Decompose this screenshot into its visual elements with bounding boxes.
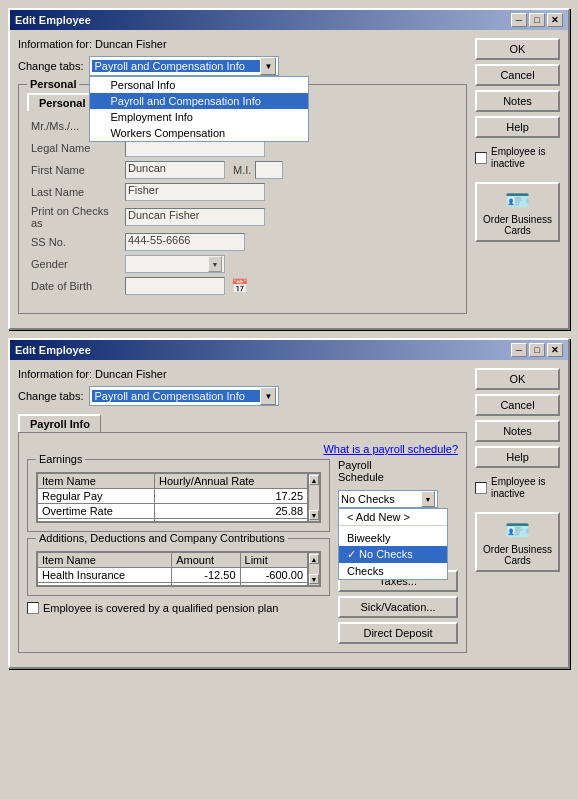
first-name-input[interactable]: Duncan bbox=[125, 161, 225, 179]
window1: Edit Employee ─ □ ✕ Information for: Dun… bbox=[8, 8, 570, 330]
payroll-schedule-link[interactable]: What is a payroll schedule? bbox=[323, 443, 458, 455]
mi-input[interactable] bbox=[255, 161, 283, 179]
bottom-left: Earnings Item Name Hourly/Annual Rate bbox=[27, 459, 330, 644]
earnings-table: Item Name Hourly/Annual Rate Regular Pay bbox=[37, 473, 308, 522]
tabs-dropdown-value-1: Payroll and Compensation Info bbox=[92, 60, 260, 72]
last-name-row: Last Name Fisher bbox=[31, 183, 454, 201]
help-button-1[interactable]: Help bbox=[475, 116, 560, 138]
schedule-menu-add[interactable]: < Add New > bbox=[339, 509, 447, 525]
order-cards-btn-2[interactable]: 🪪 Order Business Cards bbox=[475, 512, 560, 572]
inactive-checkbox-2[interactable] bbox=[475, 482, 487, 494]
personal-header: Personal bbox=[27, 78, 79, 90]
notes-button-1[interactable]: Notes bbox=[475, 90, 560, 112]
table-row bbox=[38, 583, 308, 586]
ok-button-2[interactable]: OK bbox=[475, 368, 560, 390]
table-row: Health Insurance -12.50 -600.00 bbox=[38, 568, 308, 583]
dob-input[interactable] bbox=[125, 277, 225, 295]
direct-deposit-button[interactable]: Direct Deposit bbox=[338, 622, 458, 644]
change-tabs-row-2: Change tabs: Payroll and Compensation In… bbox=[18, 386, 467, 406]
earnings-col-name: Item Name bbox=[38, 474, 155, 489]
tab-payroll-info[interactable]: Payroll Info bbox=[18, 414, 101, 432]
menu-item-workers[interactable]: Workers Compensation bbox=[90, 125, 308, 141]
close-btn-2[interactable]: ✕ bbox=[547, 343, 563, 357]
window2-info: Information for: Duncan Fisher bbox=[18, 368, 467, 380]
inactive-checkbox-1[interactable] bbox=[475, 152, 487, 164]
payroll-schedule-dropdown[interactable]: No Checks ▼ bbox=[338, 490, 438, 508]
earnings-row3-rate bbox=[155, 519, 308, 522]
earnings-table-inner: Item Name Hourly/Annual Rate Regular Pay bbox=[37, 473, 308, 522]
window2-title: Edit Employee bbox=[15, 344, 91, 356]
minimize-btn-2[interactable]: ─ bbox=[511, 343, 527, 357]
order-cards-icon-2: 🪪 bbox=[481, 518, 554, 542]
payroll-schedule-row: PayrollSchedule bbox=[338, 459, 458, 483]
pension-row: Employee is covered by a qualified pensi… bbox=[27, 602, 330, 614]
add-row1-limit: -600.00 bbox=[240, 568, 307, 583]
earnings-row2-name: Overtime Rate bbox=[38, 504, 155, 519]
schedule-menu-checks[interactable]: Checks bbox=[339, 563, 447, 579]
order-cards-btn-1[interactable]: 🪪 Order Business Cards bbox=[475, 182, 560, 242]
print-checks-input[interactable]: Duncan Fisher bbox=[125, 208, 265, 226]
pension-checkbox[interactable] bbox=[27, 602, 39, 614]
last-name-input[interactable]: Fisher bbox=[125, 183, 265, 201]
help-button-2[interactable]: Help bbox=[475, 446, 560, 468]
gender-label: Gender bbox=[31, 258, 121, 270]
order-cards-label-1: Order Business Cards bbox=[483, 214, 552, 236]
window1-info: Information for: Duncan Fisher bbox=[18, 38, 467, 50]
dob-row: Date of Birth 📅 bbox=[31, 277, 454, 295]
minimize-btn-1[interactable]: ─ bbox=[511, 13, 527, 27]
dropdown-arrow-1[interactable]: ▼ bbox=[260, 57, 276, 75]
schedule-arrow[interactable]: ▼ bbox=[421, 491, 435, 507]
add-scroll-down-btn[interactable]: ▼ bbox=[309, 574, 319, 584]
dob-label: Date of Birth bbox=[31, 280, 121, 292]
ss-no-input[interactable]: 444-55-6666 bbox=[125, 233, 245, 251]
order-cards-icon-1: 🪪 bbox=[481, 188, 554, 212]
maximize-btn-2[interactable]: □ bbox=[529, 343, 545, 357]
additions-title: Additions, Deductions and Company Contri… bbox=[36, 532, 288, 544]
maximize-btn-1[interactable]: □ bbox=[529, 13, 545, 27]
menu-item-employment[interactable]: Employment Info bbox=[90, 109, 308, 125]
notes-button-2[interactable]: Notes bbox=[475, 420, 560, 442]
tabs-dropdown-2[interactable]: Payroll and Compensation Info ▼ bbox=[89, 386, 279, 406]
add-row2-amount bbox=[172, 583, 240, 586]
schedule-menu-nochecks[interactable]: ✓ No Checks bbox=[339, 546, 447, 563]
tabs-dropdown-1[interactable]: Payroll and Compensation Info ▼ bbox=[89, 56, 279, 76]
cancel-button-1[interactable]: Cancel bbox=[475, 64, 560, 86]
title-controls-2: ─ □ ✕ bbox=[511, 343, 563, 357]
menu-item-payroll[interactable]: Payroll and Compensation Info bbox=[90, 93, 308, 109]
scroll-up-btn[interactable]: ▲ bbox=[309, 475, 319, 485]
add-row2-limit bbox=[240, 583, 307, 586]
gender-arrow[interactable]: ▼ bbox=[208, 256, 222, 272]
bottom-main: Earnings Item Name Hourly/Annual Rate bbox=[27, 459, 458, 644]
dropdown-arrow-2[interactable]: ▼ bbox=[260, 387, 276, 405]
earnings-scrollbar[interactable]: ▲ ▼ bbox=[308, 473, 320, 522]
mi-label: M.I. bbox=[233, 164, 251, 176]
window1-main: Information for: Duncan Fisher Change ta… bbox=[18, 38, 467, 320]
earnings-table-wrap: Item Name Hourly/Annual Rate Regular Pay bbox=[36, 472, 321, 523]
payroll-content-box: What is a payroll schedule? Earnings bbox=[18, 432, 467, 653]
payroll-link-row: What is a payroll schedule? bbox=[27, 443, 458, 455]
cancel-button-2[interactable]: Cancel bbox=[475, 394, 560, 416]
add-scroll-up-btn[interactable]: ▲ bbox=[309, 554, 319, 564]
additions-scrollbar[interactable]: ▲ ▼ bbox=[308, 552, 320, 586]
calendar-icon[interactable]: 📅 bbox=[231, 278, 248, 294]
sick-vacation-button[interactable]: Sick/Vacation... bbox=[338, 596, 458, 618]
change-tabs-row-1: Change tabs: Payroll and Compensation In… bbox=[18, 56, 467, 76]
schedule-menu-biweekly[interactable]: Biweekly bbox=[339, 530, 447, 546]
tabs-dropdown-menu-1: Personal Info Payroll and Compensation I… bbox=[89, 76, 309, 142]
menu-item-personal[interactable]: Personal Info bbox=[90, 77, 308, 93]
pension-label: Employee is covered by a qualified pensi… bbox=[43, 602, 278, 614]
gender-dropdown[interactable]: ▼ bbox=[125, 255, 225, 273]
change-tabs-label-2: Change tabs: bbox=[18, 390, 83, 402]
add-row2-name bbox=[38, 583, 172, 586]
ok-button-1[interactable]: OK bbox=[475, 38, 560, 60]
earnings-group: Earnings Item Name Hourly/Annual Rate bbox=[27, 459, 330, 532]
payroll-dropdown-menu: < Add New > Biweekly ✓ No Checks Checks bbox=[338, 508, 448, 580]
title-bar-2: Edit Employee ─ □ ✕ bbox=[10, 340, 568, 360]
add-col-name: Item Name bbox=[38, 553, 172, 568]
close-btn-1[interactable]: ✕ bbox=[547, 13, 563, 27]
scroll-down-btn[interactable]: ▼ bbox=[309, 510, 319, 520]
additions-table-inner: Item Name Amount Limit Health Insurance bbox=[37, 552, 308, 586]
tabs-dropdown-value-2: Payroll and Compensation Info bbox=[92, 390, 260, 402]
add-col-limit: Limit bbox=[240, 553, 307, 568]
window2: Edit Employee ─ □ ✕ Information for: Dun… bbox=[8, 338, 570, 669]
